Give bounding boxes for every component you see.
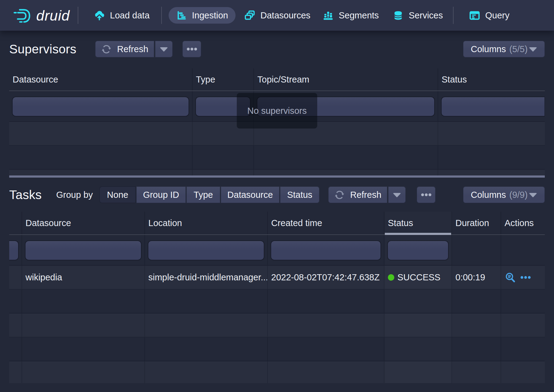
resize-splitter[interactable] bbox=[9, 175, 545, 178]
refresh-label: Refresh bbox=[117, 44, 148, 54]
table-cell bbox=[22, 361, 145, 383]
column-header-status[interactable]: Status bbox=[384, 212, 452, 234]
supervisors-table-header: Datasource Type Topic/Stream Status bbox=[9, 68, 545, 91]
table-cell bbox=[145, 361, 268, 383]
filter-input-created-time[interactable] bbox=[271, 241, 380, 260]
caret-down-icon bbox=[529, 46, 537, 52]
group-by-status-button[interactable]: Status bbox=[280, 186, 319, 203]
table-row bbox=[9, 170, 545, 175]
table-cell bbox=[452, 290, 501, 313]
table-cell bbox=[22, 290, 145, 313]
table-cell bbox=[452, 337, 501, 361]
column-header-label: Status bbox=[442, 75, 467, 85]
column-header-datasource[interactable]: Datasource bbox=[9, 68, 193, 90]
column-header-created-time[interactable]: Created time bbox=[268, 212, 384, 234]
table-cell bbox=[384, 290, 452, 313]
table-cell bbox=[384, 337, 452, 361]
more-icon bbox=[187, 48, 197, 51]
caret-down-icon bbox=[160, 46, 168, 52]
refresh-button[interactable]: Refresh bbox=[328, 186, 387, 203]
filter-input-status[interactable] bbox=[442, 97, 544, 116]
column-header-datasource[interactable]: Datasource bbox=[22, 212, 145, 234]
tasks-table-header: Datasource Location Created time Status … bbox=[9, 212, 545, 235]
nav-item-ingestion[interactable]: Ingestion bbox=[169, 7, 236, 24]
column-header-label: Datasource bbox=[25, 218, 71, 228]
nav-item-load-data[interactable]: Load data bbox=[86, 7, 158, 24]
group-by-none-button[interactable]: None bbox=[99, 186, 136, 203]
table-cell bbox=[9, 91, 193, 121]
task-row-wikipedia[interactable]: wikipedia simple-druid-middlemanager... … bbox=[9, 266, 545, 290]
filter-input-location[interactable] bbox=[148, 241, 264, 260]
filter-input-task-id[interactable] bbox=[9, 241, 18, 260]
table-cell bbox=[501, 235, 544, 265]
table-cell bbox=[193, 170, 254, 175]
druid-logo-icon bbox=[12, 7, 33, 24]
tasks-more-button[interactable] bbox=[417, 186, 435, 203]
table-cell bbox=[145, 337, 268, 361]
tasks-table: Datasource Location Created time Status … bbox=[9, 212, 545, 383]
column-header-label: Status bbox=[388, 218, 413, 228]
table-cell bbox=[438, 146, 544, 169]
group-by-type-button[interactable]: Type bbox=[186, 186, 220, 203]
refresh-dropdown-button[interactable] bbox=[155, 41, 173, 57]
group-by-group-id-button[interactable]: Group ID bbox=[136, 186, 186, 203]
group-by-option-label: None bbox=[107, 190, 128, 200]
supervisors-columns-button[interactable]: Columns (5/5) bbox=[463, 41, 545, 57]
supervisors-table: Datasource Type Topic/Stream Status No s… bbox=[9, 68, 545, 175]
column-header-label: Location bbox=[148, 218, 182, 228]
tasks-columns-button[interactable]: Columns (9/9) bbox=[463, 186, 545, 203]
column-header-type[interactable]: Type bbox=[193, 68, 254, 90]
cloud-upload-icon bbox=[94, 10, 105, 21]
refresh-dropdown-button[interactable] bbox=[388, 186, 406, 203]
table-cell bbox=[9, 337, 22, 361]
filter-input-status[interactable] bbox=[388, 241, 448, 260]
table-cell bbox=[254, 170, 438, 175]
nav-divider bbox=[78, 7, 78, 24]
columns-label: Columns bbox=[471, 190, 506, 200]
cell-actions bbox=[501, 266, 544, 289]
column-header-topic-stream[interactable]: Topic/Stream bbox=[254, 68, 438, 90]
nav-divider bbox=[453, 7, 454, 24]
column-header-duration[interactable]: Duration bbox=[452, 212, 501, 234]
view-logs-icon[interactable] bbox=[505, 272, 515, 282]
brand[interactable]: druid bbox=[12, 7, 70, 24]
column-header-location[interactable]: Location bbox=[145, 212, 268, 234]
supervisors-refresh-group: Refresh bbox=[95, 41, 173, 57]
table-cell bbox=[22, 337, 145, 361]
column-header-label: Datasource bbox=[13, 75, 58, 85]
nav-item-segments[interactable]: Segments bbox=[314, 7, 387, 24]
columns-count: (5/5) bbox=[509, 44, 528, 54]
nav-item-label: Services bbox=[409, 10, 443, 21]
nav-item-services[interactable]: Services bbox=[384, 7, 451, 24]
refresh-label: Refresh bbox=[350, 190, 381, 200]
nav-item-query[interactable]: Query bbox=[461, 7, 517, 24]
gantt-chart-icon bbox=[176, 10, 187, 21]
filter-input-datasource[interactable] bbox=[13, 97, 189, 116]
table-cell bbox=[9, 146, 193, 169]
cell-text: wikipedia bbox=[25, 272, 62, 282]
group-by-option-label: Group ID bbox=[143, 190, 179, 200]
column-header-status[interactable]: Status bbox=[438, 68, 544, 90]
refresh-icon bbox=[101, 44, 112, 55]
supervisors-more-button[interactable] bbox=[182, 41, 201, 57]
table-row bbox=[9, 313, 545, 337]
caret-down-icon bbox=[529, 192, 537, 198]
table-cell bbox=[501, 361, 544, 383]
table-cell bbox=[9, 235, 22, 265]
column-header-task-id[interactable] bbox=[9, 212, 22, 234]
caret-down-icon bbox=[393, 192, 401, 198]
column-header-actions[interactable]: Actions bbox=[501, 212, 544, 234]
nav-item-datasources[interactable]: Datasources bbox=[236, 7, 318, 24]
cell-text: 0:00:19 bbox=[455, 272, 485, 282]
row-more-icon[interactable] bbox=[521, 276, 531, 279]
table-cell bbox=[384, 235, 452, 265]
nav-item-label: Ingestion bbox=[192, 10, 228, 21]
table-cell bbox=[501, 337, 544, 361]
cell-text: 2022-08-02T07:42:47.638Z bbox=[271, 272, 380, 282]
refresh-button[interactable]: Refresh bbox=[95, 41, 154, 57]
table-cell bbox=[452, 313, 501, 337]
group-by-datasource-button[interactable]: Datasource bbox=[221, 186, 279, 203]
stacked-cards-icon bbox=[244, 10, 256, 21]
filter-input-datasource[interactable] bbox=[25, 241, 141, 260]
table-cell bbox=[438, 122, 544, 145]
